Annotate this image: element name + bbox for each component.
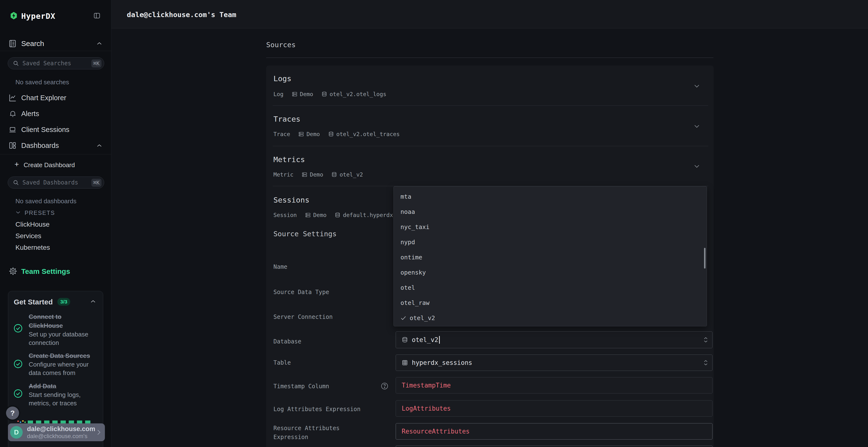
source-kind: Session xyxy=(273,212,297,218)
dropdown-option-nypd[interactable]: nypd xyxy=(401,238,697,247)
avatar: D xyxy=(10,426,23,439)
select-stepper-icon[interactable] xyxy=(704,360,708,366)
server-icon xyxy=(298,131,304,137)
table-chip: otel_v2 xyxy=(331,171,363,178)
log-attributes-expression-input[interactable]: LogAttributes xyxy=(396,400,712,417)
confetti-icon xyxy=(17,420,27,423)
text-cursor xyxy=(439,336,440,344)
help-button[interactable]: ? xyxy=(6,407,19,419)
app-title: HyperDX xyxy=(21,11,56,21)
divider xyxy=(266,58,713,58)
get-started-title: Get Started xyxy=(14,298,53,306)
database-select[interactable]: otel_v2 xyxy=(396,332,712,348)
select-stepper-icon[interactable] xyxy=(704,337,708,343)
expand-traces-chevron-down-icon[interactable] xyxy=(692,122,701,131)
source-row-title: Logs xyxy=(273,74,291,83)
table-grid-icon xyxy=(402,359,408,366)
server-icon xyxy=(302,172,307,177)
resource-attributes-expression-input[interactable]: ResourceAttributes xyxy=(396,423,712,440)
database-icon xyxy=(321,91,327,97)
collapse-sidebar-icon[interactable] xyxy=(93,12,101,19)
dropdown-option-ontime[interactable]: ontime xyxy=(401,253,697,262)
server-icon xyxy=(292,91,298,97)
help-circle-icon[interactable] xyxy=(380,382,389,390)
divider xyxy=(273,105,708,106)
connection-chip: Demo xyxy=(305,212,327,218)
dropdown-scrollbar[interactable] xyxy=(704,248,706,269)
client-sessions-laptop-icon xyxy=(8,126,17,134)
dropdown-option-nyc-taxi[interactable]: nyc_taxi xyxy=(401,222,697,232)
hyperdx-logo-icon xyxy=(9,11,19,20)
database-icon xyxy=(331,172,337,177)
dropdown-option-otel-raw[interactable]: otel_raw xyxy=(401,298,697,307)
sidebar-item-team-settings[interactable]: Team Settings xyxy=(21,267,70,276)
dropdown-option-mta[interactable]: mta xyxy=(401,192,697,201)
name-field-label: Name xyxy=(273,263,375,271)
sidebar-item-client-sessions[interactable]: Client Sessions xyxy=(21,126,69,134)
sidebar: HyperDX Search Saved Searches ⌘K No save… xyxy=(0,0,112,447)
timestamp-column-input[interactable]: TimestampTime xyxy=(396,377,712,393)
dropdown-option-opensky[interactable]: opensky xyxy=(401,268,697,277)
server-connection-label: Server Connection xyxy=(273,313,375,321)
source-kind: Log xyxy=(273,91,283,97)
presets-section-label[interactable]: PRESETS xyxy=(25,209,55,216)
hyperdx-app: HyperDX Search Saved Searches ⌘K No save… xyxy=(0,0,868,447)
no-saved-dashboards-note: No saved dashboards xyxy=(16,198,76,205)
source-meta-row: Metric Demo otel_v2 xyxy=(273,170,368,179)
onboarding-step[interactable]: Add Data Start sending logs, metrics, or… xyxy=(29,382,99,408)
sidebar-item-dashboards[interactable]: Dashboards xyxy=(21,142,59,149)
no-saved-searches-note: No saved searches xyxy=(16,78,69,86)
dropdown-option-otel[interactable]: otel xyxy=(401,283,697,292)
saved-dashboards-input[interactable]: Saved Dashboards ⌘K xyxy=(8,176,104,188)
search-icon xyxy=(13,179,19,186)
table-name: default.hyperdx_s xyxy=(343,212,393,218)
connection-chip: Demo xyxy=(298,131,320,137)
source-meta-row: Log Demo otel_v2.otel_logs xyxy=(273,90,392,99)
search-collapse-chevron-up-icon[interactable] xyxy=(96,41,102,45)
saved-searches-input[interactable]: Saved Searches ⌘K xyxy=(8,57,104,69)
shortcut-badge: ⌘K xyxy=(91,60,102,67)
table-select[interactable]: hyperdx_sessions xyxy=(396,354,712,371)
onboarding-step[interactable]: Create Data Sources Configure where your… xyxy=(29,351,99,377)
check-icon xyxy=(401,315,406,320)
database-label: Database xyxy=(273,337,375,346)
timestamp-column-label: Timestamp Column xyxy=(273,382,365,391)
database-value: otel_v2 xyxy=(412,336,438,343)
user-menu[interactable]: D dale@clickhouse.com dale@clickhouse.co… xyxy=(8,423,105,441)
divider xyxy=(0,51,112,51)
connection-name: Demo xyxy=(306,131,320,137)
onboarding-step[interactable]: Connect to ClickHouse Set up your databa… xyxy=(29,312,94,347)
table-label: Table xyxy=(273,358,375,367)
table-chip: otel_v2.otel_traces xyxy=(328,131,400,137)
topbar: dale@clickhouse.com's Team xyxy=(112,0,868,28)
sidebar-item-chart-explorer[interactable]: Chart Explorer xyxy=(21,94,66,102)
search-icon xyxy=(13,60,19,66)
saved-searches-placeholder: Saved Searches xyxy=(23,60,91,67)
log-attributes-value: LogAttributes xyxy=(402,405,451,412)
check-circle-icon xyxy=(13,359,23,369)
table-chip: default.hyperdx_s xyxy=(335,212,393,218)
saved-dashboards-placeholder: Saved Dashboards xyxy=(23,179,91,186)
source-row-title: Sessions xyxy=(273,196,309,204)
get-started-collapse-chevron-up-icon[interactable] xyxy=(90,299,96,303)
sidebar-item-clickhouse[interactable]: ClickHouse xyxy=(16,220,50,228)
next-input-partial[interactable] xyxy=(396,446,712,447)
step-description: Set up your database connection xyxy=(29,330,93,347)
sidebar-item-alerts[interactable]: Alerts xyxy=(21,110,39,118)
dropdown-option-noaa[interactable]: noaa xyxy=(401,207,697,216)
create-dashboard-button[interactable]: Create Dashboard xyxy=(24,161,75,169)
presets-chevron-down-icon[interactable] xyxy=(16,210,21,214)
chart-explorer-icon xyxy=(8,94,17,102)
sidebar-item-search[interactable]: Search xyxy=(21,39,44,48)
source-data-type-label: Source Data Type xyxy=(273,288,375,297)
expand-metrics-chevron-down-icon[interactable] xyxy=(692,162,701,171)
dropdown-option-otel-v2-selected[interactable]: otel_v2 xyxy=(401,313,697,322)
table-name: otel_v2.otel_logs xyxy=(330,91,386,97)
dashboards-collapse-chevron-up-icon[interactable] xyxy=(96,143,102,147)
main-content: Sources Logs Log Demo otel_v2.otel_logs xyxy=(112,29,868,447)
step-description: Configure where your data comes from xyxy=(29,360,93,377)
source-meta-row: Trace Demo otel_v2.otel_traces xyxy=(273,130,405,139)
expand-logs-chevron-down-icon[interactable] xyxy=(692,82,701,90)
sidebar-item-kubernetes[interactable]: Kubernetes xyxy=(16,244,50,251)
sidebar-item-services[interactable]: Services xyxy=(16,232,41,240)
